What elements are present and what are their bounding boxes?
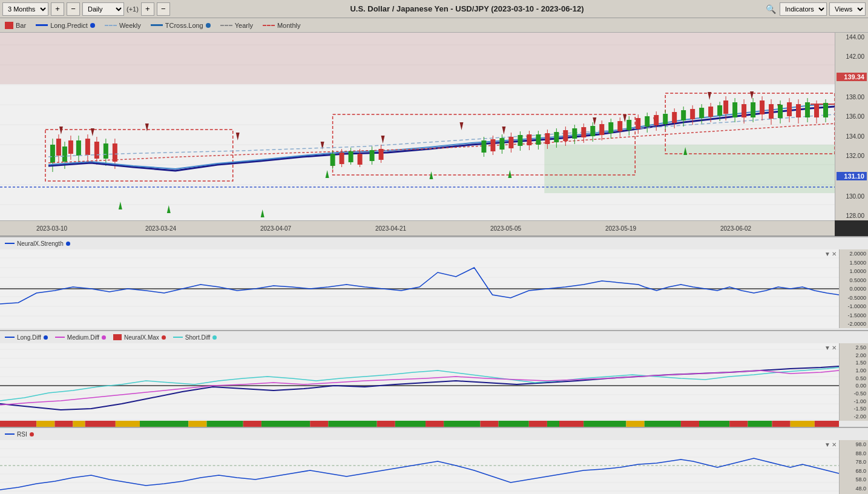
svg-rect-92: [379, 149, 384, 160]
legend-long-predict: Long.Predict: [36, 22, 95, 29]
date-axis: 2023-03-10 2023-03-24 2023-04-07 2023-04…: [0, 220, 835, 236]
svg-rect-62: [741, 104, 746, 117]
svg-rect-96: [490, 139, 495, 151]
svg-rect-118: [590, 126, 595, 136]
svg-rect-33: [113, 143, 117, 162]
long-predict-dot: [90, 23, 95, 28]
svg-rect-90: [370, 150, 375, 161]
indicators-select[interactable]: Indicators: [780, 2, 827, 16]
weekly-swatch: [105, 25, 117, 26]
price-chart-svg[interactable]: [0, 33, 835, 220]
svg-rect-17: [50, 145, 55, 163]
svg-rect-66: [760, 100, 764, 114]
rsi-legend: RSI: [0, 428, 868, 440]
legend-monthly: Monthly: [263, 22, 301, 29]
diff-panel: Long.Diff Medium.Diff NeuralX.Max Short.…: [0, 330, 868, 427]
svg-rect-76: [805, 102, 810, 117]
svg-rect-122: [608, 122, 613, 133]
rsi-dot: [30, 432, 34, 436]
period-sub-btn[interactable]: −: [67, 2, 80, 16]
current-price-label: 139.34: [837, 73, 867, 81]
price-axis: 144.00 142.00 139.34 138.00 136.00 134.0…: [835, 33, 868, 220]
svg-rect-29: [94, 142, 99, 159]
chart-legend: Bar Long.Predict Weekly TCross.Long Year…: [0, 18, 868, 33]
svg-rect-68: [769, 104, 774, 119]
views-select[interactable]: Views: [829, 2, 866, 16]
svg-rect-11: [544, 145, 835, 193]
svg-rect-94: [481, 140, 486, 153]
neural-axis: 2.0000 1.5000 1.0000 0.5000 0.0000 -0.50…: [839, 249, 868, 328]
svg-rect-102: [518, 135, 522, 146]
period-add-btn[interactable]: +: [51, 2, 64, 16]
diff-close-btn[interactable]: ✕: [832, 344, 837, 351]
svg-rect-58: [723, 100, 728, 114]
rsi-chart-svg: [0, 440, 839, 494]
neural-collapse-btn[interactable]: ▼: [824, 251, 830, 257]
tcross-long-dot: [206, 23, 211, 28]
price-144: 144.00: [837, 34, 867, 41]
search-btn[interactable]: 🔍: [764, 2, 777, 16]
diff-chart-svg: [0, 343, 839, 428]
rsi-panel: RSI ▼ ✕ 98.0 88.0 78.0: [0, 427, 868, 494]
svg-rect-86: [349, 151, 353, 162]
rsi-close-btn[interactable]: ✕: [832, 441, 837, 448]
svg-rect-80: [823, 103, 828, 117]
svg-rect-114: [572, 128, 577, 139]
price-chart: 144.00 142.00 139.34 138.00 136.00 134.0…: [0, 33, 868, 220]
neural-strength-label: NeuralX.Strength: [17, 240, 64, 247]
period-select[interactable]: 3 Months 1 Month 2 Months 6 Months 1 Yea…: [2, 2, 48, 16]
neural-dot: [66, 242, 70, 246]
svg-rect-110: [554, 132, 559, 142]
svg-rect-128: [636, 118, 640, 129]
svg-rect-23: [68, 140, 73, 154]
diff-legend: Long.Diff Medium.Diff NeuralX.Max Short.…: [0, 331, 868, 343]
diff-collapse-btn[interactable]: ▼: [824, 344, 830, 351]
svg-rect-140: [690, 109, 695, 119]
svg-rect-72: [787, 102, 792, 116]
svg-rect-112: [563, 130, 568, 141]
increment-add-btn[interactable]: +: [141, 2, 154, 16]
svg-rect-74: [796, 104, 801, 117]
price-132: 132.00: [837, 153, 867, 159]
svg-rect-60: [732, 102, 737, 117]
svg-rect-25: [76, 140, 81, 156]
svg-rect-142: [699, 108, 704, 118]
reference-price-label: 131.10: [837, 172, 867, 180]
tcross-long-swatch: [151, 24, 163, 26]
neural-strength-panel: NeuralX.Strength ▼ ✕ 2.0000 1.5000 1: [0, 236, 868, 330]
price-138: 138.00: [837, 94, 867, 100]
rsi-collapse-btn[interactable]: ▼: [824, 441, 830, 448]
legend-yearly: Yearly: [220, 22, 253, 29]
legend-weekly: Weekly: [105, 22, 141, 29]
rsi-label: RSI: [17, 431, 27, 438]
svg-rect-126: [626, 120, 631, 130]
price-142: 142.00: [837, 53, 867, 60]
svg-rect-64: [751, 102, 755, 117]
price-130: 130.00: [837, 193, 867, 200]
svg-rect-132: [654, 115, 659, 125]
neural-strength-legend: NeuralX.Strength: [0, 237, 868, 249]
svg-rect-116: [581, 127, 586, 137]
svg-rect-70: [778, 105, 783, 118]
svg-rect-146: [717, 105, 722, 116]
date-label-3: 2023-04-07: [260, 225, 291, 232]
main-toolbar: 3 Months 1 Month 2 Months 6 Months 1 Yea…: [0, 0, 868, 18]
neural-close-btn[interactable]: ✕: [832, 251, 837, 257]
svg-rect-27: [85, 139, 90, 155]
rsi-panel-controls: ▼ ✕: [824, 441, 837, 448]
svg-rect-198: [0, 440, 839, 494]
increment-sub-btn[interactable]: −: [157, 2, 170, 16]
date-label-1: 2023-03-10: [36, 225, 67, 232]
svg-rect-78: [814, 104, 819, 117]
monthly-swatch: [263, 25, 275, 26]
neural-chart-svg: [0, 249, 839, 328]
price-134: 134.00: [837, 133, 867, 140]
legend-bar: Bar: [5, 22, 26, 29]
bar-swatch: [5, 22, 13, 29]
long-predict-swatch: [36, 24, 48, 26]
svg-rect-130: [645, 116, 649, 127]
svg-rect-104: [527, 134, 531, 145]
timeframe-select[interactable]: Daily Weekly Monthly: [82, 2, 124, 16]
neural-panel-controls: ▼ ✕: [824, 251, 837, 257]
date-label-5: 2023-05-05: [490, 225, 521, 232]
